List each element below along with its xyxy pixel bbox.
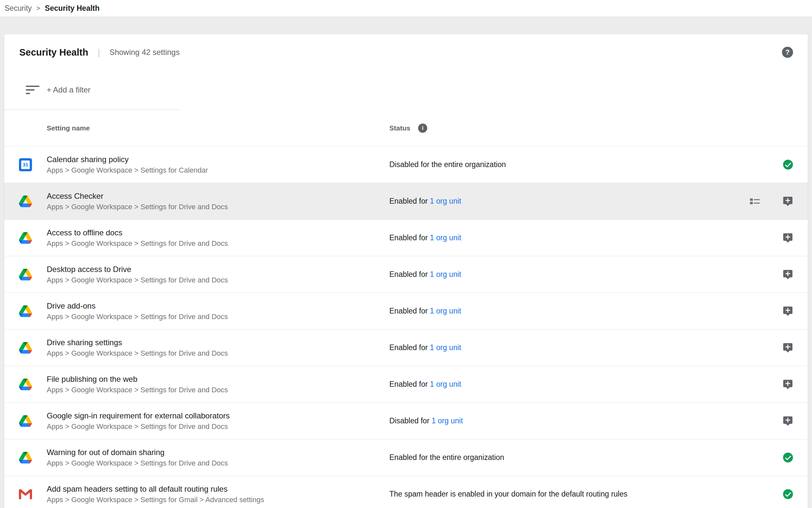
status-column-label: Status	[389, 124, 410, 132]
status-text: Enabled for the entire organization	[389, 453, 504, 462]
org-unit-link[interactable]: 1 org unit	[430, 380, 461, 388]
breadcrumb-separator-icon: >	[36, 4, 40, 12]
org-unit-link[interactable]: 1 org unit	[430, 197, 461, 205]
row-actions	[782, 342, 794, 353]
setting-name: Desktop access to Drive	[47, 264, 389, 275]
setting-name: Google sign-in requirement for external …	[47, 410, 389, 421]
table-row[interactable]: Desktop access to Drive Apps > Google Wo…	[4, 256, 808, 293]
table-row[interactable]: Warning for out of domain sharing Apps >…	[4, 439, 808, 476]
drive-icon	[19, 269, 32, 281]
setting-path: Apps > Google Workspace > Settings for D…	[47, 202, 389, 212]
table-row[interactable]: Access Checker Apps > Google Workspace >…	[4, 183, 808, 220]
row-actions	[782, 489, 794, 500]
setting-cell: Drive add-ons Apps > Google Workspace > …	[47, 300, 389, 322]
recommendation-badge-icon[interactable]	[782, 306, 794, 317]
gmail-icon	[19, 490, 32, 499]
drive-icon	[19, 305, 32, 317]
filter-icon[interactable]	[26, 86, 40, 94]
page-title: Security Health	[19, 47, 88, 58]
settings-table: 31 Calendar sharing policy Apps > Google…	[4, 146, 808, 508]
table-row[interactable]: Drive add-ons Apps > Google Workspace > …	[4, 293, 808, 330]
drive-icon	[19, 232, 32, 244]
calendar-icon: 31	[19, 158, 32, 171]
status-text: Enabled for	[389, 307, 430, 315]
setting-path: Apps > Google Workspace > Settings for G…	[47, 495, 389, 505]
security-health-card: Security Health | Showing 42 settings ? …	[4, 34, 808, 508]
title-separator: |	[98, 47, 100, 57]
table-row[interactable]: Google sign-in requirement for external …	[4, 403, 808, 439]
product-icon-cell	[4, 452, 47, 464]
row-actions	[782, 416, 794, 427]
org-unit-details-icon[interactable]	[749, 196, 761, 207]
org-unit-link[interactable]: 1 org unit	[430, 343, 461, 352]
product-icon-cell	[4, 196, 47, 207]
recommendation-badge-icon[interactable]	[782, 232, 794, 244]
help-icon[interactable]: ?	[782, 47, 793, 58]
setting-cell: File publishing on the web Apps > Google…	[47, 374, 389, 395]
row-actions	[782, 269, 794, 280]
settings-count: Showing 42 settings	[109, 48, 180, 57]
drive-icon	[19, 415, 32, 427]
column-header-status: Status i	[389, 124, 794, 133]
table-row[interactable]: 31 Calendar sharing policy Apps > Google…	[4, 146, 808, 183]
setting-path: Apps > Google Workspace > Settings for D…	[47, 348, 389, 358]
row-actions	[782, 379, 794, 390]
status-text: Enabled for	[389, 343, 430, 352]
breadcrumb-security[interactable]: Security	[5, 4, 32, 13]
recommendation-badge-icon[interactable]	[782, 342, 794, 353]
table-row[interactable]: File publishing on the web Apps > Google…	[4, 366, 808, 403]
table-header: Setting name Status i	[4, 110, 808, 146]
setting-path: Apps > Google Workspace > Settings for D…	[47, 458, 389, 468]
recommendation-badge-icon[interactable]	[782, 196, 794, 207]
setting-path: Apps > Google Workspace > Settings for C…	[47, 165, 389, 175]
setting-cell: Add spam headers setting to all default …	[47, 483, 389, 505]
row-actions	[782, 159, 794, 170]
setting-name: Add spam headers setting to all default …	[47, 483, 389, 495]
table-row[interactable]: Access to offline docs Apps > Google Wor…	[4, 220, 808, 256]
org-unit-link[interactable]: 1 org unit	[431, 417, 463, 425]
drive-icon	[19, 452, 32, 464]
org-unit-link[interactable]: 1 org unit	[430, 234, 461, 242]
product-icon-cell	[4, 415, 47, 427]
row-actions	[782, 452, 794, 463]
status-cell: Disabled for the entire organization	[389, 160, 782, 169]
setting-name: Calendar sharing policy	[47, 154, 389, 165]
filter-bar: + Add a filter	[4, 70, 808, 110]
product-icon-cell	[4, 490, 47, 499]
status-ok-icon	[782, 159, 794, 170]
product-icon-cell	[4, 269, 47, 281]
status-cell: Enabled for 1 org unit	[389, 343, 782, 352]
status-cell: Enabled for the entire organization	[389, 453, 782, 462]
status-ok-icon	[782, 452, 794, 463]
recommendation-badge-icon[interactable]	[782, 379, 794, 390]
setting-cell: Calendar sharing policy Apps > Google Wo…	[47, 154, 389, 175]
status-info-icon[interactable]: i	[418, 124, 427, 133]
status-ok-icon	[782, 489, 794, 500]
breadcrumb: Security > Security Health	[0, 0, 812, 16]
table-row[interactable]: Add spam headers setting to all default …	[4, 476, 808, 508]
product-icon-cell	[4, 305, 47, 317]
column-header-setting-name: Setting name	[47, 124, 389, 132]
recommendation-badge-icon[interactable]	[782, 269, 794, 280]
status-cell: Enabled for 1 org unit	[389, 197, 749, 206]
status-text: Enabled for	[389, 234, 430, 242]
setting-path: Apps > Google Workspace > Settings for D…	[47, 421, 389, 432]
breadcrumb-current: Security Health	[45, 4, 99, 13]
calendar-day-label: 31	[21, 161, 30, 169]
setting-cell: Google sign-in requirement for external …	[47, 410, 389, 432]
setting-name: File publishing on the web	[47, 374, 389, 385]
table-row[interactable]: Drive sharing settings Apps > Google Wor…	[4, 330, 808, 366]
setting-path: Apps > Google Workspace > Settings for D…	[47, 238, 389, 249]
setting-cell: Drive sharing settings Apps > Google Wor…	[47, 337, 389, 358]
status-text: Disabled for the entire organization	[389, 160, 506, 169]
setting-cell: Access Checker Apps > Google Workspace >…	[47, 190, 389, 212]
org-unit-link[interactable]: 1 org unit	[430, 307, 461, 315]
org-unit-link[interactable]: 1 org unit	[430, 270, 461, 279]
status-text: Disabled for	[389, 417, 431, 425]
status-text: The spam header is enabled in your domai…	[389, 490, 627, 498]
recommendation-badge-icon[interactable]	[782, 416, 794, 427]
product-icon-cell: 31	[4, 158, 47, 171]
status-cell: The spam header is enabled in your domai…	[389, 490, 782, 499]
add-filter-button[interactable]: + Add a filter	[47, 85, 91, 94]
status-text: Enabled for	[389, 197, 430, 205]
